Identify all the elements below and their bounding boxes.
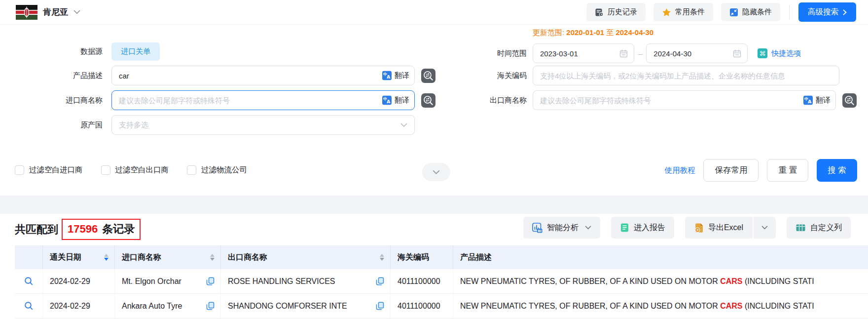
sort-down-icon (380, 258, 384, 261)
topbar: 肯尼亚 历史记录 常用条件 隐藏条件 (0, 0, 868, 25)
exporter-input-wrap: 中 A 翻译 (533, 90, 836, 110)
copy-icon[interactable] (206, 277, 215, 285)
report-icon (620, 223, 629, 233)
product-desc-input-wrap: 中 A 翻译 (111, 66, 415, 85)
row-search-icon[interactable] (24, 277, 34, 286)
product-translate-button[interactable]: 中 A 翻译 (382, 71, 409, 80)
svg-text:A: A (808, 99, 812, 104)
advanced-search-button[interactable]: 高级搜索 (798, 2, 856, 22)
importer-name[interactable]: Mt. Elgon Orchar (122, 277, 181, 286)
exporter-cell: ROSE HANDLING SERVICES (221, 269, 391, 293)
update-range: 更新范围: 2020-01-01 至 2024-04-30 (533, 28, 653, 38)
sort-control-date[interactable] (104, 254, 108, 261)
country-selector[interactable]: 肯尼亚 (16, 5, 80, 20)
results-count-suffix: 条记录 (102, 222, 135, 237)
hs-code-input[interactable] (533, 66, 839, 85)
sort-down-icon (210, 258, 215, 261)
expand-collapse-button[interactable] (422, 163, 450, 181)
checkbox[interactable] (15, 165, 24, 175)
row-search-icon[interactable] (24, 301, 34, 311)
filter-blank-exporter[interactable]: 过滤空白出口商 (101, 165, 169, 175)
importer-row: 进口商名称 中 A 翻译 (0, 90, 435, 110)
origin-country-row: 原产国 支持多选 (0, 115, 415, 135)
custom-columns-button[interactable]: 自定义列 (787, 217, 851, 239)
results-actions: BI 智能分析 进入报告 导出Excel (523, 217, 851, 239)
quick-options-button[interactable]: ⌘ 快捷选项 (758, 48, 801, 58)
hscode-cell: 4011100000 (391, 294, 453, 318)
enter-report-button[interactable]: 进入报告 (611, 217, 674, 239)
importer-translate-button[interactable]: 中 A 翻译 (382, 96, 409, 105)
filter-logistics[interactable]: 过滤物流公司 (187, 165, 247, 175)
hide-conditions-button[interactable]: 隐藏条件 (721, 3, 780, 21)
importer-translate-label: 翻译 (395, 96, 409, 105)
smart-analysis-button[interactable]: BI 智能分析 (523, 217, 600, 239)
exporter-match-mode-button[interactable] (842, 93, 857, 108)
importer-label: 进口商名称 (0, 96, 103, 105)
chevron-down-icon (400, 123, 407, 127)
favorites-button[interactable]: 常用条件 (653, 3, 713, 21)
export-dropdown-button[interactable] (753, 217, 776, 239)
calendar-icon (619, 49, 628, 58)
svg-text:⌘: ⌘ (760, 50, 766, 57)
command-icon: ⌘ (758, 48, 767, 58)
update-range-to: 至 (606, 28, 614, 37)
chevron-down-icon (433, 170, 440, 175)
importer-name[interactable]: Ankara Auto Tyre (122, 302, 182, 311)
update-range-start: 2020-01-01 (566, 28, 604, 37)
topbar-actions: 历史记录 常用条件 隐藏条件 高级搜索 (586, 2, 856, 22)
exporter-label: 出口商名称 (429, 96, 527, 105)
exporter-name[interactable]: ROSE HANDLING SERVICES (228, 277, 335, 286)
hs-code-label: 海关编码 (429, 71, 527, 80)
origin-country-select[interactable]: 支持多选 (111, 115, 415, 135)
sort-control-importer[interactable] (210, 254, 215, 261)
reset-button[interactable]: 重 置 (767, 159, 808, 182)
header-label: 进口商名称 (122, 252, 161, 263)
data-source-row: 数据源 进口关单 (0, 42, 160, 61)
update-range-end: 2024-04-30 (615, 28, 653, 37)
table-header-detail (15, 245, 43, 269)
checkbox[interactable] (101, 165, 110, 175)
copy-icon[interactable] (376, 302, 384, 310)
highlighted-term: CARS (720, 302, 742, 310)
product-desc-input[interactable] (111, 66, 415, 85)
exporter-translate-button[interactable]: 中 A 翻译 (803, 96, 831, 105)
history-button[interactable]: 历史记录 (586, 3, 646, 21)
favorites-label: 常用条件 (675, 7, 705, 17)
hs-code-row: 海关编码 (429, 66, 839, 85)
translate-icon: 中 A (382, 96, 392, 105)
row-detail-cell (15, 294, 43, 318)
filter-blank-importer[interactable]: 过滤空白进口商 (15, 165, 83, 175)
importer-cell: Ankara Auto Tyre (115, 294, 221, 318)
exporter-row: 出口商名称 中 A 翻译 (429, 90, 857, 110)
calendar-icon (733, 49, 741, 58)
exporter-input[interactable] (533, 90, 836, 110)
filter-checkbox-row: 过滤空白进口商 过滤空白出口商 过滤物流公司 (15, 165, 247, 175)
results-count: 17596 (68, 223, 98, 236)
filter-label: 过滤物流公司 (201, 165, 247, 175)
importer-input[interactable] (111, 90, 415, 110)
chevron-down-icon (73, 10, 80, 14)
sort-control-exporter[interactable] (380, 254, 384, 261)
quick-options-label: 快捷选项 (771, 49, 801, 58)
copy-icon[interactable] (376, 277, 384, 285)
sort-down-icon (104, 258, 108, 261)
sort-up-icon (380, 254, 384, 257)
results-table: 通关日期 进口商名称 出口商名称 海关编码 产品描述 (15, 245, 868, 319)
data-source-selected[interactable]: 进口关单 (111, 42, 160, 61)
product-translate-label: 翻译 (395, 71, 409, 80)
copy-icon[interactable] (206, 302, 215, 310)
date-start-input[interactable]: 2023-03-01 (533, 43, 634, 63)
exporter-name[interactable]: SHANDONG COMFORSER INTE (228, 302, 347, 311)
table-header-desc: 产品描述 (453, 245, 868, 269)
header-label: 出口商名称 (228, 252, 267, 263)
desc-cell: NEW PNEUMATIC TYRES, OF RUBBER, OF A KIN… (453, 269, 868, 293)
table-header-exporter: 出口商名称 (221, 245, 391, 269)
product-description: NEW PNEUMATIC TYRES, OF RUBBER, OF A KIN… (460, 302, 814, 311)
sort-up-icon (104, 254, 108, 257)
export-excel-button[interactable]: 导出Excel (685, 217, 776, 239)
save-common-button[interactable]: 保存常用 (703, 159, 759, 182)
search-button[interactable]: 搜 索 (817, 159, 857, 182)
date-end-input[interactable]: 2024-04-30 (646, 43, 748, 63)
checkbox[interactable] (187, 165, 196, 175)
tutorial-link[interactable]: 使用教程 (664, 165, 695, 176)
